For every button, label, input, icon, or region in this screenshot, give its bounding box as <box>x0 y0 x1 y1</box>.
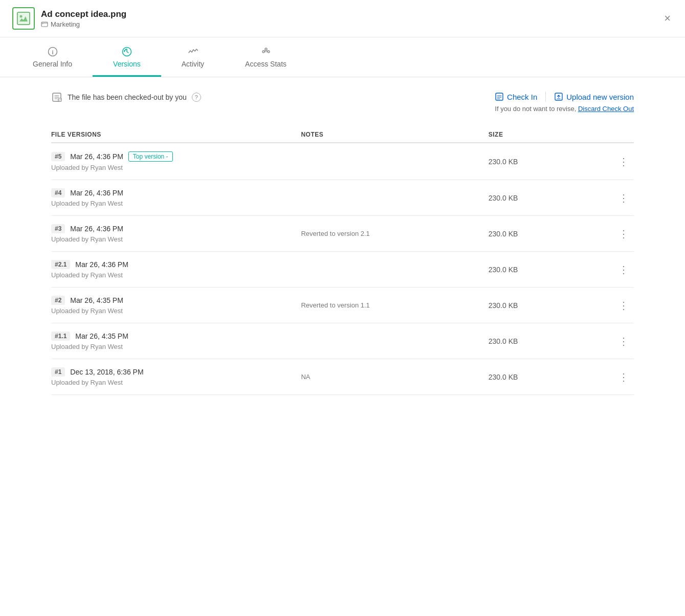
version-size: 230.0 KB <box>489 373 613 381</box>
discard-checkout-button[interactable]: Discard Check Out <box>578 105 634 113</box>
version-number: #1.1 <box>51 332 70 341</box>
version-date: Mar 26, 4:36 PM <box>70 189 123 197</box>
table-row: #5 Mar 26, 4:36 PM Top version - Uploade… <box>51 143 634 180</box>
close-button[interactable]: × <box>662 10 673 27</box>
version-uploader: Uploaded by Ryan West <box>51 164 301 171</box>
svg-rect-15 <box>496 93 503 100</box>
version-uploader: Uploaded by Ryan West <box>51 235 301 243</box>
version-date: Mar 26, 4:36 PM <box>75 260 128 269</box>
version-date: Mar 26, 4:36 PM <box>70 152 123 161</box>
tab-activity-label: Activity <box>182 60 204 68</box>
version-top: #2.1 Mar 26, 4:36 PM <box>51 260 301 269</box>
version-number: #5 <box>51 152 65 161</box>
version-uploader: Uploaded by Ryan West <box>51 200 301 207</box>
version-size: 230.0 KB <box>489 158 613 166</box>
svg-rect-2 <box>41 22 48 27</box>
tab-versions[interactable]: Versions <box>93 37 161 77</box>
tab-activity[interactable]: Activity <box>161 37 225 77</box>
file-icon <box>12 7 35 30</box>
version-info: #2 Mar 26, 4:35 PM Uploaded by Ryan West <box>51 296 301 315</box>
version-size: 230.0 KB <box>489 266 613 274</box>
svg-point-3 <box>42 24 43 25</box>
checkin-icon <box>495 92 504 101</box>
more-options-button[interactable]: ⋮ <box>613 297 634 314</box>
table-header: FILE VERSIONS NOTES SIZE <box>51 127 634 143</box>
version-date: Dec 13, 2018, 6:36 PM <box>70 368 143 376</box>
version-uploader: Uploaded by Ryan West <box>51 343 301 350</box>
upload-icon <box>554 92 563 101</box>
version-size: 230.0 KB <box>489 194 613 202</box>
activity-icon <box>188 47 198 57</box>
more-options-button[interactable]: ⋮ <box>613 261 634 278</box>
version-number: #1 <box>51 367 65 377</box>
folder-icon <box>41 20 48 28</box>
tab-access-stats[interactable]: Access Stats <box>225 37 307 77</box>
version-date: Mar 26, 4:35 PM <box>70 296 123 304</box>
col-size: SIZE <box>489 131 613 138</box>
header: Ad concept idea.png Marketing × <box>0 0 685 37</box>
table-row: #1.1 Mar 26, 4:35 PM Uploaded by Ryan We… <box>51 323 634 359</box>
upload-label: Upload new version <box>566 93 634 101</box>
version-number: #3 <box>51 224 65 233</box>
version-info: #4 Mar 26, 4:36 PM Uploaded by Ryan West <box>51 188 301 207</box>
more-options-button[interactable]: ⋮ <box>613 190 634 206</box>
col-actions <box>613 131 634 138</box>
tab-general-info[interactable]: i General Info <box>12 37 93 77</box>
version-info: #2.1 Mar 26, 4:36 PM Uploaded by Ryan We… <box>51 260 301 279</box>
versions-icon <box>122 47 132 57</box>
upload-new-version-button[interactable]: Upload new version <box>554 92 634 101</box>
header-left: Ad concept idea.png Marketing <box>12 7 126 30</box>
version-uploader: Uploaded by Ryan West <box>51 271 301 279</box>
discard-prefix: If you do not want to revise, <box>495 105 576 113</box>
more-options-button[interactable]: ⋮ <box>613 153 634 170</box>
checkout-icon <box>51 92 62 103</box>
version-top: #1 Dec 13, 2018, 6:36 PM <box>51 367 301 377</box>
table-row: #1 Dec 13, 2018, 6:36 PM Uploaded by Rya… <box>51 359 634 395</box>
tab-versions-label: Versions <box>113 60 141 68</box>
table-row: #3 Mar 26, 4:36 PM Uploaded by Ryan West… <box>51 216 634 252</box>
help-icon[interactable]: ? <box>192 93 201 102</box>
version-uploader: Uploaded by Ryan West <box>51 307 301 315</box>
divider <box>545 92 546 102</box>
version-number: #4 <box>51 188 65 197</box>
top-version-badge[interactable]: Top version - <box>128 151 173 162</box>
version-info: #1 Dec 13, 2018, 6:36 PM Uploaded by Rya… <box>51 367 301 386</box>
version-top: #3 Mar 26, 4:36 PM <box>51 224 301 233</box>
version-top: #4 Mar 26, 4:36 PM <box>51 188 301 197</box>
more-options-button[interactable]: ⋮ <box>613 369 634 385</box>
svg-rect-0 <box>17 12 30 25</box>
version-number: #2.1 <box>51 260 70 269</box>
version-top: #1.1 Mar 26, 4:35 PM <box>51 332 301 341</box>
version-info: #1.1 Mar 26, 4:35 PM Uploaded by Ryan We… <box>51 332 301 350</box>
table-row: #4 Mar 26, 4:36 PM Uploaded by Ryan West… <box>51 180 634 216</box>
tabs: i General Info Versions Activity Access … <box>0 37 685 77</box>
checkout-actions: Check In Upload new version <box>495 92 634 102</box>
col-notes: NOTES <box>301 131 488 138</box>
checkout-text: The file has been checked-out by you <box>68 93 187 101</box>
version-date: Mar 26, 4:36 PM <box>70 225 123 233</box>
filename: Ad concept idea.png <box>41 9 126 19</box>
svg-text:i: i <box>52 49 53 55</box>
version-info: #5 Mar 26, 4:36 PM Top version - Uploade… <box>51 151 301 171</box>
checkin-button[interactable]: Check In <box>495 92 537 101</box>
version-top: #5 Mar 26, 4:36 PM Top version - <box>51 151 301 162</box>
more-options-button[interactable]: ⋮ <box>613 333 634 349</box>
col-file-versions: FILE VERSIONS <box>51 131 301 138</box>
version-notes: Reverted to version 2.1 <box>301 230 488 237</box>
folder-info: Marketing <box>41 20 126 28</box>
checkout-right: Check In Upload new version If you do no… <box>495 92 634 113</box>
version-top: #2 Mar 26, 4:35 PM <box>51 296 301 305</box>
version-size: 230.0 KB <box>489 337 613 345</box>
version-size: 230.0 KB <box>489 301 613 310</box>
table-row: #2 Mar 26, 4:35 PM Uploaded by Ryan West… <box>51 288 634 323</box>
more-options-button[interactable]: ⋮ <box>613 226 634 242</box>
folder-name: Marketing <box>51 20 80 28</box>
svg-point-9 <box>265 48 267 50</box>
table-row: #2.1 Mar 26, 4:36 PM Uploaded by Ryan We… <box>51 252 634 288</box>
version-list: #5 Mar 26, 4:36 PM Top version - Uploade… <box>51 143 634 395</box>
checkin-label: Check In <box>507 93 537 101</box>
svg-point-1 <box>20 15 23 18</box>
version-uploader: Uploaded by Ryan West <box>51 379 301 386</box>
discard-text: If you do not want to revise, Discard Ch… <box>495 105 634 113</box>
version-info: #3 Mar 26, 4:36 PM Uploaded by Ryan West <box>51 224 301 243</box>
